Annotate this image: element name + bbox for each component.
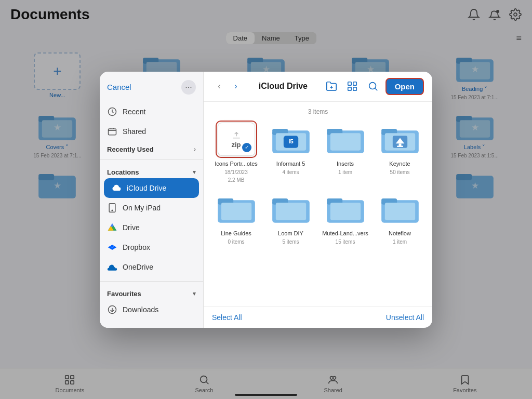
keynote-folder-item[interactable]: Keynote 50 items [376, 121, 424, 183]
locations-section: Locations ▾ [100, 164, 203, 178]
muted-land-item[interactable]: Muted-Land...vers 15 items [321, 190, 369, 245]
sidebar-divider-1 [100, 159, 203, 160]
loom-diy-items: 5 items [282, 239, 299, 245]
favourites-section: Favourites ▾ [100, 286, 203, 300]
sidebar-item-onedrive[interactable]: OneDrive [100, 257, 203, 277]
recently-used-label: Recently Used [107, 145, 154, 153]
icloud-icon [111, 183, 122, 193]
inserts-folder-item[interactable]: Inserts 1 item [321, 121, 369, 183]
sidebar-shared-label: Shared [123, 127, 146, 136]
svg-point-72 [369, 83, 376, 89]
noteflow-name: Noteflow [389, 230, 411, 237]
inserts-items: 1 item [338, 169, 352, 175]
muted-land-icon [326, 193, 365, 224]
informant-folder-item[interactable]: i5 Informant 5 4 items [267, 121, 315, 183]
zip-file-name: Icons Portr...otes [215, 160, 258, 167]
keynote-items: 50 items [390, 169, 410, 175]
sidebar-item-icloud[interactable]: iCloud Drive [104, 178, 199, 198]
unselect-all-button[interactable]: Unselect All [386, 313, 424, 322]
inserts-name: Inserts [337, 160, 354, 167]
sidebar-item-downloads[interactable]: Downloads [100, 300, 203, 320]
modal-sidebar: Cancel ··· Recent Shared [100, 72, 204, 328]
recently-used-chevron[interactable]: › [194, 146, 196, 152]
muted-land-thumb [325, 190, 366, 228]
informant-thumb: i5 [270, 121, 312, 158]
toolbar-title: iCloud Drive [248, 82, 318, 91]
muted-land-items: 15 items [336, 239, 355, 245]
loom-diy-item[interactable]: Loom DIY 5 items [267, 190, 315, 245]
line-guides-thumb [216, 190, 257, 228]
back-button[interactable]: ‹ [212, 79, 227, 94]
shared-sidebar-icon [107, 126, 117, 137]
dropbox-icon [107, 242, 117, 252]
sidebar-item-shared[interactable]: Shared [100, 122, 203, 141]
nav-buttons: ‹ › [212, 79, 243, 94]
toolbar-actions: Open [323, 78, 424, 95]
file-picker-modal: Cancel ··· Recent Shared [100, 72, 432, 328]
sidebar-header: Cancel ··· [100, 80, 203, 102]
sidebar-recent-label: Recent [123, 108, 145, 116]
forward-button[interactable]: › [229, 79, 243, 94]
svg-rect-97 [330, 203, 360, 220]
locations-chevron[interactable]: ▾ [193, 169, 196, 176]
recently-used-section: Recently Used › [100, 141, 203, 155]
zip-badge: ✓ [242, 143, 251, 152]
inserts-thumb [325, 121, 366, 158]
noteflow-items: 1 item [393, 239, 407, 245]
favourites-chevron[interactable]: ▾ [193, 290, 196, 297]
line-guides-item[interactable]: Line Guides 0 items [212, 190, 260, 245]
loom-diy-icon [271, 193, 311, 224]
select-all-button[interactable]: Select All [212, 313, 242, 322]
sidebar-item-recent[interactable]: Recent [100, 102, 203, 122]
more-options-button[interactable]: ··· [181, 80, 196, 95]
create-folder-button[interactable] [323, 78, 340, 95]
new-folder-icon [326, 81, 337, 92]
zip-file-item[interactable]: zip ✓ Icons Portr...otes 18/1/2023 2.2 M… [212, 121, 260, 183]
svg-rect-71 [353, 87, 356, 90]
svg-rect-68 [348, 82, 351, 85]
line-guides-items: 0 items [228, 239, 244, 245]
ipad-label: On My iPad [123, 204, 161, 212]
line-guides-icon [217, 193, 256, 224]
files-subtitle: 3 items [212, 108, 424, 115]
cancel-button[interactable]: Cancel [107, 83, 131, 91]
open-button[interactable]: Open [385, 78, 424, 95]
zip-icon: zip ✓ [218, 123, 255, 156]
keynote-thumb [379, 121, 421, 158]
icloud-label: iCloud Drive [127, 184, 166, 192]
modal-toolbar: ‹ › iCloud Drive [204, 72, 432, 102]
locations-label: Locations [107, 168, 139, 176]
svg-rect-81 [330, 133, 360, 150]
svg-text:i5: i5 [288, 138, 294, 144]
sidebar-item-ipad[interactable]: On My iPad [100, 198, 203, 218]
files-row-1: zip ✓ Icons Portr...otes 18/1/2023 2.2 M… [212, 121, 424, 183]
informant-name: Informant 5 [276, 160, 305, 167]
grid-view-button[interactable] [344, 78, 361, 95]
downloads-label: Downloads [123, 305, 158, 314]
zip-file-date: 18/1/2023 [224, 169, 248, 175]
sidebar-item-dropbox[interactable]: Dropbox [100, 237, 203, 257]
svg-line-73 [375, 88, 377, 90]
loom-diy-thumb [270, 190, 312, 228]
search-button[interactable] [365, 78, 381, 95]
dropbox-label: Dropbox [123, 243, 150, 251]
svg-point-64 [112, 210, 113, 211]
noteflow-icon [380, 193, 420, 224]
svg-rect-69 [353, 82, 356, 85]
zip-file-size: 2.2 MB [228, 177, 245, 183]
modal-footer: Select All Unselect All [204, 307, 432, 328]
check-icon: ✓ [245, 144, 249, 150]
noteflow-item[interactable]: Noteflow 1 item [376, 190, 424, 245]
sidebar-item-drive[interactable]: Drive [100, 218, 203, 237]
informant-folder-icon: i5 [271, 124, 311, 155]
files-grid: 3 items zip [204, 102, 432, 307]
line-guides-name: Line Guides [221, 230, 251, 237]
svg-rect-70 [348, 87, 351, 90]
grid-view-icon [347, 81, 358, 92]
keynote-name: Keynote [389, 160, 410, 167]
svg-rect-88 [397, 145, 403, 147]
favourites-label: Favourites [107, 290, 141, 298]
svg-rect-100 [384, 203, 415, 220]
svg-rect-91 [221, 203, 251, 220]
muted-land-name: Muted-Land...vers [322, 230, 368, 237]
